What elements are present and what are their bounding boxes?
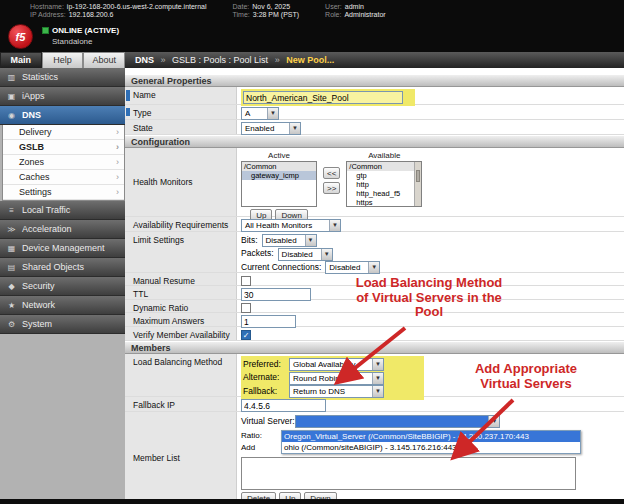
annotation-load-balancing-note: Load Balancing Method of Virtual Servers…: [348, 276, 510, 320]
chevron-down-icon: ▼: [368, 262, 379, 273]
virtual-server-option[interactable]: ohio (/Common/siteABIGIP) - 3.145.176.21…: [282, 442, 580, 453]
annotation-add-virtual-servers-note: Add Appropriate Virtual Servers: [458, 362, 594, 391]
virtual-server-option[interactable]: Oregon_Virtual_Server (/Common/SiteBBIGI…: [282, 431, 580, 442]
name-input[interactable]: [243, 91, 403, 104]
breadcrumb-path[interactable]: GSLB : Pools : Pool List: [172, 55, 268, 65]
name-highlight: [241, 89, 415, 106]
breadcrumb-separator: »: [275, 55, 280, 65]
network-icon: ★: [6, 301, 17, 310]
current-connections-select[interactable]: Disabled▼: [325, 261, 380, 274]
chevron-down-icon: ▼: [321, 249, 332, 260]
brand-bar: f5 ONLINE (ACTIVE) Standalone: [0, 22, 624, 52]
list-item[interactable]: https: [347, 198, 421, 207]
device-management-icon: ▦: [6, 244, 17, 253]
dynamic-ratio-label: Dynamic Ratio: [125, 300, 237, 312]
sidebar-item-gslb[interactable]: GSLB›: [3, 140, 124, 155]
fallback-select[interactable]: Return to DNS▼: [289, 385, 384, 398]
breadcrumb-current: New Pool...: [286, 55, 334, 65]
tab-about[interactable]: About: [83, 52, 125, 68]
bits-select[interactable]: Disabled▼: [262, 234, 317, 247]
packets-label: Packets:: [241, 248, 274, 258]
manual-resume-checkbox[interactable]: [241, 276, 251, 286]
sidebar-item-settings[interactable]: Settings›: [3, 185, 124, 200]
shared-objects-icon: ▤: [6, 263, 17, 272]
preferred-label: Preferred:: [243, 358, 289, 371]
packets-select[interactable]: Disabled▼: [278, 248, 333, 261]
sidebar-item-statistics[interactable]: ▥Statistics: [0, 68, 125, 87]
availability-requirements-select[interactable]: All Health Monitors▼: [241, 219, 341, 232]
name-label: Name: [125, 87, 237, 104]
section-header-general-properties: General Properties: [125, 74, 624, 87]
sidebar-item-network[interactable]: ★Network: [0, 296, 125, 315]
verify-member-availability-label: Verify Member Availability: [125, 327, 237, 340]
sidebar-item-iapps[interactable]: ▣iApps: [0, 87, 125, 106]
sidebar-item-system[interactable]: ⚙System: [0, 315, 125, 334]
chevron-down-icon: ▼: [372, 386, 383, 397]
ip-value: 192.168.200.6: [69, 11, 114, 18]
online-status-icon: [42, 27, 49, 34]
chevron-down-icon: ▼: [372, 359, 383, 370]
sidebar-item-zones[interactable]: Zones›: [3, 155, 124, 170]
section-header-configuration: Configuration: [125, 135, 624, 148]
top-info-bar: Hostname:ip-192-168-200-6.us-west-2.comp…: [0, 0, 624, 22]
role-value: Administrator: [344, 11, 385, 18]
verify-member-availability-checkbox[interactable]: ✓: [241, 330, 251, 340]
move-to-available-button[interactable]: >>: [323, 182, 340, 194]
tab-main[interactable]: Main: [0, 52, 42, 68]
list-item[interactable]: http_head_f5: [347, 189, 421, 198]
move-to-active-button[interactable]: <<: [323, 167, 340, 179]
type-label: Type: [125, 105, 237, 119]
sidebar-item-security[interactable]: ◆Security: [0, 277, 125, 296]
list-item[interactable]: gateway_icmp: [242, 171, 316, 180]
type-select[interactable]: A▼: [241, 107, 279, 120]
state-select[interactable]: Enabled▼: [241, 122, 301, 135]
virtual-server-select[interactable]: ▼: [295, 415, 500, 428]
host-info: Hostname:ip-192-168-200-6.us-west-2.comp…: [30, 3, 207, 22]
chevron-down-icon: ▼: [289, 123, 300, 134]
sidebar-item-dns[interactable]: ◉DNS: [0, 106, 125, 125]
dynamic-ratio-checkbox[interactable]: [241, 303, 251, 313]
health-monitors-label: Health Monitors: [125, 148, 237, 216]
sidebar-item-delivery[interactable]: Delivery›: [3, 125, 124, 140]
chevron-down-icon: ▼: [488, 416, 499, 427]
alternate-select[interactable]: Round Robin▼: [289, 372, 384, 385]
active-monitors-listbox[interactable]: /Common gateway_icmp: [241, 161, 317, 207]
list-item[interactable]: http: [347, 180, 421, 189]
chevron-down-icon: ▼: [329, 220, 340, 231]
breadcrumb: DNS » GSLB : Pools : Pool List » New Poo…: [125, 52, 624, 68]
sidebar-item-acceleration[interactable]: ≫Acceleration: [0, 220, 125, 239]
list-group: /Common: [347, 162, 421, 171]
available-monitors-listbox[interactable]: /Common gtp http http_head_f5 https: [346, 161, 422, 207]
datetime-info: Date:Nov 6, 2025 Time:3:28 PM (PST): [233, 3, 300, 22]
scrollbar-thumb[interactable]: [416, 170, 420, 182]
breadcrumb-section[interactable]: DNS: [135, 55, 154, 65]
bits-label: Bits:: [241, 235, 258, 245]
chevron-right-icon: ›: [116, 155, 119, 169]
sidebar-item-device-management[interactable]: ▦Device Management: [0, 239, 125, 258]
chevron-right-icon: ›: [116, 170, 119, 184]
sidebar-item-caches[interactable]: Caches›: [3, 170, 124, 185]
member-list-box[interactable]: [241, 457, 576, 490]
breadcrumb-separator: »: [161, 55, 166, 65]
state-label: State: [125, 120, 237, 134]
user-info: User:admin Role:Administrator: [325, 3, 386, 22]
preferred-select[interactable]: Global Availability▼: [289, 358, 384, 371]
sidebar-item-local-traffic[interactable]: ≡Local Traffic: [0, 201, 125, 220]
fallback-ip-input[interactable]: [241, 399, 326, 412]
local-traffic-icon: ≡: [6, 206, 17, 215]
sidebar-item-shared-objects[interactable]: ▤Shared Objects: [0, 258, 125, 277]
tab-help[interactable]: Help: [42, 52, 84, 68]
chevron-down-icon: ▼: [267, 108, 278, 119]
sidebar: ▥Statistics ▣iApps ◉DNS Delivery› GSLB› …: [0, 68, 125, 504]
iapps-icon: ▣: [6, 92, 17, 101]
manual-resume-label: Manual Resume: [125, 273, 237, 285]
member-list-label: Member List: [125, 412, 237, 504]
list-item[interactable]: gtp: [347, 171, 421, 180]
scrollbar[interactable]: [414, 162, 421, 206]
time-value: 3:28 PM (PST): [253, 11, 299, 18]
limit-settings-label: Limit Settings: [125, 232, 237, 272]
standalone-text: Standalone: [52, 37, 119, 46]
add-button[interactable]: Add: [241, 443, 281, 452]
acceleration-icon: ≫: [6, 225, 17, 234]
date-value: Nov 6, 2025: [252, 3, 290, 10]
